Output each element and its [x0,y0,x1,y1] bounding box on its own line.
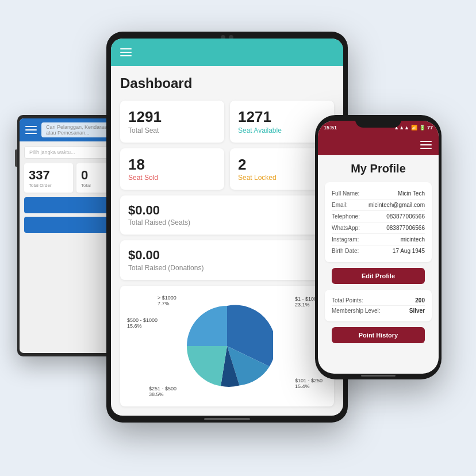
whatsapp-val: 083877006566 [386,225,425,231]
fullname-val: Micin Tech [398,190,425,197]
wide-card-raised-seats: $0.00 Total Raised (Seats) [120,195,334,235]
phone-time: 15:51 [324,125,337,130]
device-side-button-left [15,149,17,167]
points-card: Total Points: 200 Membership Level: Silv… [325,290,432,321]
profile-row-telephone: Telephone: 083877006566 [332,211,425,222]
tablet-content-area: Dashboard 1291 Total Seat 1271 Seat Avai… [111,66,343,416]
seat-sold-value: 18 [128,156,216,173]
legend-1-100: $1 - $100 23.1% [295,296,317,308]
pie-segment-1-100 [187,346,227,386]
legend-1-100-label: $1 - $100 [295,296,317,302]
seat-sold-label: Seat Sold [128,174,216,182]
edit-profile-button[interactable]: Edit Profile [332,268,425,284]
wifi-icon: 📶 [411,125,417,130]
wide-card-raised-donations: $0.00 Total Raised (Donations) [120,240,334,279]
phone-hamburger-icon[interactable] [420,141,432,149]
legend-251-500-label: $251 - $500 [149,386,176,391]
fullname-key: Full Name: [332,190,359,197]
tablet-device: Dashboard 1291 Total Seat 1271 Seat Avai… [106,32,348,423]
stat-card-seat-sold: 18 Seat Sold [120,148,224,190]
legend-1000plus-pct: 7.7% [158,301,170,306]
profile-row-instagram: Instagram: micintech [332,234,425,245]
pie-segment-101-250 [187,306,227,346]
legend-1000plus: > $1000 7.7% [158,295,176,306]
legend-251-500-pct: 38.5% [149,391,164,397]
legend-101-250-label: $101 - $250 [295,378,323,383]
total-points-val: 200 [415,297,425,304]
phone-status-right: ▲▲▲ 📶 🔋 77 [394,125,433,130]
total-seat-label: Total Seat [128,126,216,135]
profile-info-card: Full Name: Micin Tech Email: micintech@g… [325,182,432,262]
legend-500-1000-label: $500 - $1000 [127,317,158,323]
legend-1-100-pct: 23.1% [295,302,310,308]
email-key: Email: [332,202,348,208]
telephone-val: 083877006566 [386,213,425,220]
birthdate-key: Birth Date: [332,248,359,254]
phone-device: 15:51 ▲▲▲ 📶 🔋 77 My Profile Full Name: M… [315,115,442,379]
tablet-hamburger-icon[interactable] [120,48,132,56]
birthdate-val: 17 Aug 1945 [393,248,425,254]
tablet-home-bar [204,418,250,420]
instagram-val: micintech [401,236,425,243]
profile-row-fullname: Full Name: Micin Tech [332,188,425,199]
seat-locked-value: 2 [238,156,326,173]
battery-level: 77 [427,125,433,130]
legend-500-1000: $500 - $1000 15.6% [127,317,158,329]
telephone-key: Telephone: [332,213,360,220]
stats-grid: 1291 Total Seat 1271 Seat Available 18 S… [120,101,334,190]
legend-500-1000-pct: 15.6% [127,323,142,329]
battery-icon: 🔋 [419,125,425,130]
legend-251-500: $251 - $500 38.5% [149,386,176,397]
phone-notch [355,115,401,128]
seat-available-value: 1271 [238,109,326,125]
phone-content-area: My Profile Full Name: Micin Tech Email: … [318,155,439,350]
tablet-screen: Dashboard 1291 Total Seat 1271 Seat Avai… [111,39,343,416]
phone-app-header [318,135,439,155]
email-val: micintech@gmail.com [368,202,425,208]
profile-row-email: Email: micintech@gmail.com [332,199,425,211]
phone-home-bar [361,375,396,377]
seat-available-label: Seat Available [238,126,326,135]
raised-seats-value: $0.00 [128,204,326,217]
pie-chart-svg [181,300,273,392]
tablet-app-header [111,39,343,66]
point-history-button[interactable]: Point History [332,327,425,343]
small-stat-orders: 337 Total Order [24,163,73,193]
legend-1000plus-label: > $1000 [158,295,176,301]
whatsapp-key: WhatsApp: [332,225,360,231]
total-seat-value: 1291 [128,109,216,125]
profile-title: My Profile [325,162,432,175]
legend-101-250-pct: 15.4% [295,383,310,389]
legend-101-250: $101 - $250 15.4% [295,378,323,389]
stat-card-total-seat: 1291 Total Seat [120,101,224,143]
pie-chart-container: $1 - $100 23.1% $101 - $250 15.4% $251 -… [120,286,334,406]
profile-row-birthdate: Birth Date: 17 Aug 1945 [332,245,425,256]
points-row-total: Total Points: 200 [332,295,425,306]
total-points-key: Total Points: [332,297,363,304]
phone-screen: 15:51 ▲▲▲ 📶 🔋 77 My Profile Full Name: M… [318,121,439,374]
raised-donations-value: $0.00 [128,248,326,262]
raised-seats-label: Total Raised (Seats) [128,218,326,227]
dashboard-title: Dashboard [120,75,334,91]
small-hamburger-icon[interactable] [25,126,37,134]
membership-val: Silver [409,308,425,314]
points-row-membership: Membership Level: Silver [332,306,425,316]
small-stat-orders-label: Total Order [29,183,68,188]
small-stat-orders-value: 337 [29,168,68,183]
raised-donations-label: Total Raised (Donations) [128,264,326,272]
profile-row-whatsapp: WhatsApp: 083877006566 [332,222,425,234]
seat-locked-label: Seat Locked [238,174,326,182]
instagram-key: Instagram: [332,236,359,243]
small-filter-label: Pilih jangka waktu... [29,149,75,155]
membership-key: Membership Level: [332,308,380,314]
